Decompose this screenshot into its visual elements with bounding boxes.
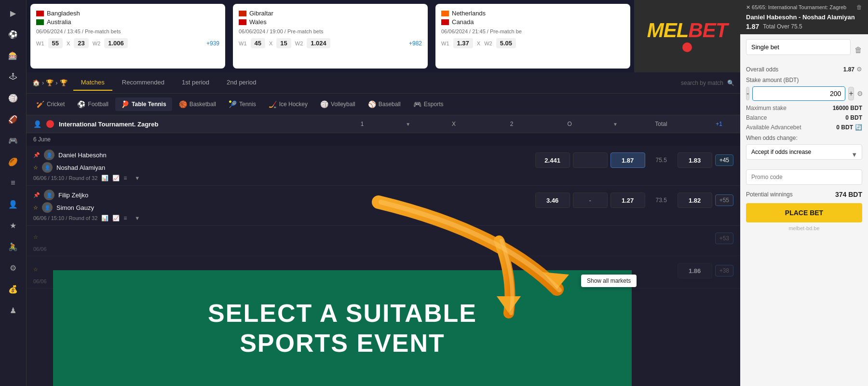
card3-w2-val[interactable]: 5.05: [496, 38, 516, 48]
card1-x-val[interactable]: 23: [74, 38, 88, 48]
refresh-icon[interactable]: 🔄: [855, 124, 862, 131]
expand-icon-2[interactable]: ▼: [135, 215, 140, 221]
sport-tab-esports[interactable]: 🎮 Esports: [407, 97, 449, 111]
sidebar-icon-favorites[interactable]: ★: [4, 216, 22, 234]
breadcrumb[interactable]: 🏠 › 🏆 › 🏆: [32, 79, 68, 86]
card3-w1-val[interactable]: 1.37: [453, 38, 473, 48]
sidebar-icon-esports[interactable]: 🕹: [4, 68, 22, 86]
sport-tab-tennis[interactable]: 🎾 Tennis: [223, 97, 262, 111]
star-icon-1[interactable]: ☆: [33, 165, 38, 171]
delete-bet-icon[interactable]: 🗑: [856, 4, 862, 11]
breadcrumb-trophy2[interactable]: 🏆: [60, 79, 68, 86]
breadcrumb-trophy1[interactable]: 🏆: [46, 79, 54, 86]
sport-tab-baseball[interactable]: ⚾ Baseball: [362, 97, 407, 111]
sidebar-icon-account[interactable]: 👤: [4, 195, 22, 213]
card2-more[interactable]: +982: [409, 40, 422, 47]
sport-tab-icehockey[interactable]: 🏒 Ice Hockey: [263, 97, 313, 111]
match2-more-markets[interactable]: +55: [715, 194, 733, 206]
stake-settings-icon[interactable]: ⚙: [857, 90, 863, 97]
bet-slip-panel: ✕ 65/65: International Tournament: Zagre…: [740, 0, 868, 386]
odds-settings-icon[interactable]: ⚙: [856, 66, 862, 73]
card2-w2-label: W2: [295, 41, 303, 46]
sport-tab-tabletennis[interactable]: 🏓 Table Tennis: [115, 97, 172, 111]
flag-bangladesh: [36, 11, 44, 16]
tournament-star-icon: 👤: [33, 120, 41, 128]
sport-tab-cricket[interactable]: 🏏 Cricket: [30, 97, 70, 111]
player2-name-1: Noshad Alamiyan: [56, 164, 105, 171]
sidebar-icon-sports[interactable]: ⚽: [4, 25, 22, 43]
table-row: 📌 👤 Daniel Habesohn ☆ 👤 Noshad Alamiyan …: [27, 146, 740, 186]
chart-line-icon[interactable]: 📈: [112, 175, 120, 181]
star-icon-2[interactable]: ☆: [33, 205, 38, 211]
expand-icon-1[interactable]: ▼: [135, 175, 140, 181]
tab-matches[interactable]: Matches: [73, 75, 112, 91]
overall-odds-row: Overall odds 1.87 ⚙: [746, 66, 862, 73]
stake-minus-button[interactable]: -: [746, 87, 749, 100]
tennis-icon: 🎾: [229, 100, 237, 108]
stats-icon[interactable]: ≡: [123, 175, 127, 181]
chart-bar-icon-2[interactable]: 📊: [101, 215, 108, 221]
match1-more-markets[interactable]: +45: [715, 154, 733, 166]
match4-more-markets[interactable]: +38: [715, 265, 733, 276]
stats-icon-2[interactable]: ≡: [123, 215, 127, 221]
star-icon-4[interactable]: ☆: [33, 266, 38, 273]
match2-odds-total[interactable]: 1.82: [678, 193, 712, 208]
match3-odds-row: +53: [715, 233, 733, 244]
match2-odds-w2[interactable]: 1.27: [610, 193, 645, 208]
chart-bar-icon[interactable]: 📊: [101, 175, 108, 181]
match1-odds-w2[interactable]: 1.87: [610, 152, 645, 168]
tab-1st-period[interactable]: 1st period: [174, 75, 217, 91]
sidebar-icon-coins[interactable]: 💰: [4, 280, 22, 298]
stake-plus-button[interactable]: +: [848, 87, 854, 100]
card1-w1-val[interactable]: 55: [48, 38, 63, 48]
promo-code-input[interactable]: [746, 169, 862, 185]
tab-recommended[interactable]: Recommended: [114, 75, 172, 91]
green-banner-text: SELECT A SUITABLE SPORTS EVENT: [208, 298, 477, 358]
match3-more-markets[interactable]: +53: [715, 233, 733, 244]
potential-value: 374 BDT: [835, 191, 862, 198]
sport-tab-volleyball[interactable]: 🏐 Volleyball: [314, 97, 361, 111]
breadcrumb-home[interactable]: 🏠: [32, 79, 40, 86]
sidebar: ▶ ⚽ 🎰 🕹 🏐 🏈 🎮 🏉 ≡ 👤 ★ 🚴 ⚙ 💰 ♟: [0, 0, 27, 386]
card2-date: 06/06/2024 / 19:00 / Pre-match bets: [239, 28, 422, 34]
odds-change-select[interactable]: Accept if odds increase: [746, 144, 862, 160]
match4-odds-total[interactable]: 1.86: [678, 263, 712, 278]
sidebar-icon-live[interactable]: ▶: [4, 4, 22, 22]
card2-x-val[interactable]: 15: [276, 38, 291, 48]
place-bet-button[interactable]: PLACE BET: [746, 203, 862, 222]
sport-tab-football[interactable]: ⚽ Football: [71, 97, 114, 111]
card2-w2-val[interactable]: 1.024: [307, 38, 330, 48]
sidebar-icon-chess[interactable]: ♟: [4, 301, 22, 319]
card1-w2-val[interactable]: 1.006: [104, 38, 128, 48]
show-all-markets-btn[interactable]: Show all markets: [581, 275, 637, 287]
col-header-chevron1: ▼: [406, 122, 410, 127]
match2-odds-row: 3.46 - 1.27 73.5 1.82 +55: [535, 193, 733, 208]
tab-2nd-period[interactable]: 2nd period: [219, 75, 264, 91]
match1-odds-total[interactable]: 1.83: [678, 152, 712, 168]
stake-input[interactable]: [752, 86, 845, 101]
sidebar-icon-rugby[interactable]: 🏉: [4, 152, 22, 171]
sidebar-icon-football[interactable]: 🏈: [4, 110, 22, 128]
chart-line-icon-2[interactable]: 📈: [112, 215, 120, 221]
pin-icon-1[interactable]: 📌: [33, 152, 40, 158]
sport-tab-basketball[interactable]: 🏀 Basketball: [173, 97, 222, 111]
card2-w1-val[interactable]: 45: [251, 38, 265, 48]
pin-icon-2[interactable]: 📌: [33, 192, 40, 198]
sidebar-icon-cycling[interactable]: 🚴: [4, 237, 22, 256]
bet-type-select[interactable]: Single bet: [746, 39, 851, 55]
match1-odds-w1[interactable]: 2.441: [535, 152, 570, 168]
remove-bet-icon[interactable]: 🗑: [854, 46, 862, 55]
star-icon-3[interactable]: ☆: [33, 234, 38, 240]
sidebar-icon-casino[interactable]: 🎰: [4, 46, 22, 65]
match2-odds-w1[interactable]: 3.46: [535, 193, 570, 208]
match1-date: 06/06 / 15:10 / Round of 32: [33, 175, 97, 181]
sidebar-icon-games[interactable]: 🎮: [4, 131, 22, 150]
sidebar-icon-volleyball[interactable]: 🏐: [4, 89, 22, 107]
sidebar-icon-settings[interactable]: ⚙: [4, 259, 22, 277]
bet-match-title: Daniel Habesohn - Noshad Alamiyan: [746, 14, 862, 21]
sidebar-icon-menu[interactable]: ≡: [4, 174, 22, 192]
match2-date: 06/06 / 15:10 / Round of 32: [33, 215, 97, 221]
search-icon[interactable]: 🔍: [727, 80, 734, 86]
card1-more[interactable]: +939: [206, 40, 219, 47]
flag-netherlands: [441, 11, 449, 16]
